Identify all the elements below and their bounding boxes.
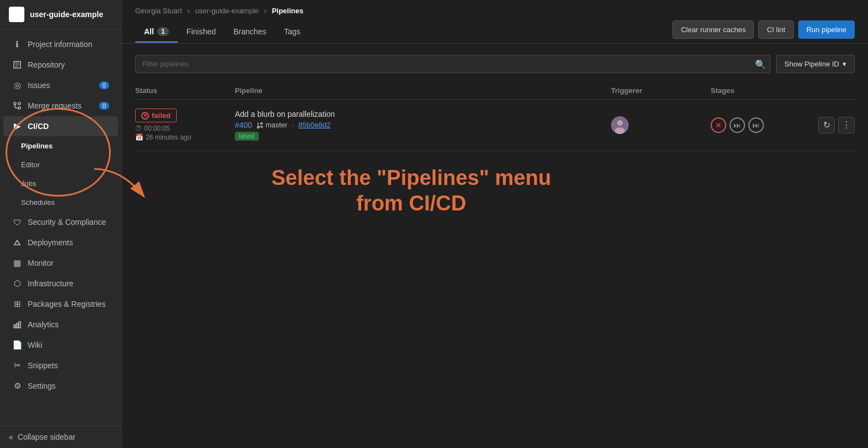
clear-runner-caches-button[interactable]: Clear runner caches xyxy=(672,20,754,39)
collapse-icon: « xyxy=(9,432,13,441)
sidebar-item-deployments[interactable]: Deployments xyxy=(3,233,118,253)
sidebar-item-label: Issues xyxy=(28,81,50,90)
sidebar-item-label: Snippets xyxy=(28,361,58,370)
pipeline-id-link[interactable]: #400 xyxy=(235,121,252,130)
monitor-icon: ▦ xyxy=(12,258,22,268)
sidebar-item-packages[interactable]: ⊞ Packages & Registries xyxy=(3,294,118,314)
breadcrumb-user-guide-example[interactable]: user-guide-example xyxy=(195,7,259,15)
svg-point-7 xyxy=(258,126,259,128)
status-label: failed xyxy=(152,111,171,120)
sidebar-item-project-information[interactable]: ℹ Project information xyxy=(3,34,118,54)
pipeline-title: Add a blurb on parallelization xyxy=(235,110,611,119)
sidebar-item-merge-requests[interactable]: Merge requests 0 xyxy=(3,96,118,116)
table-row: ✕ failed ⏱ 00:00:05 📅 26 minutes ago Add xyxy=(135,100,855,151)
brand[interactable]: user-guide-example xyxy=(0,0,121,29)
more-actions-button[interactable]: ⋮ xyxy=(838,117,855,133)
pipeline-triggerer-cell xyxy=(611,116,711,134)
search-icon-button[interactable]: 🔍 xyxy=(755,59,766,69)
merge-requests-icon xyxy=(12,101,22,111)
svg-point-11 xyxy=(615,127,625,134)
sidebar-item-repository[interactable]: Repository xyxy=(3,55,118,75)
cicd-icon: ▶ xyxy=(12,121,22,131)
deployments-icon xyxy=(12,238,22,248)
col-actions xyxy=(810,86,855,95)
sidebar-item-settings[interactable]: ⚙ Settings xyxy=(3,376,118,396)
filter-pipelines-input[interactable] xyxy=(135,55,771,73)
clock-icon: ⏱ xyxy=(135,125,142,132)
show-pipeline-id-button[interactable]: Show Pipeline ID ▾ xyxy=(776,55,855,73)
breadcrumb-georgia-stuart[interactable]: Georgia Stuart xyxy=(135,7,182,15)
sidebar-item-pipelines[interactable]: Pipelines xyxy=(3,137,118,155)
breadcrumb: Georgia Stuart › user-guide-example › Pi… xyxy=(135,7,855,15)
svg-rect-6 xyxy=(19,322,20,328)
pipeline-commit-link[interactable]: 85b0e8d2 xyxy=(299,121,331,129)
info-icon: ℹ xyxy=(12,39,22,49)
sidebar-item-label: Security & Compliance xyxy=(28,218,106,226)
svg-point-2 xyxy=(18,107,20,109)
tab-all-label: All xyxy=(144,27,154,36)
svg-point-8 xyxy=(261,122,263,124)
tab-branches[interactable]: Branches xyxy=(225,22,275,43)
analytics-icon xyxy=(12,320,22,329)
breadcrumb-pipelines: Pipelines xyxy=(272,7,304,15)
sidebar-item-label: Jobs xyxy=(21,179,36,188)
tab-all[interactable]: All 1 xyxy=(135,22,178,43)
tab-tags[interactable]: Tags xyxy=(275,22,310,43)
sidebar-nav: ℹ Project information Repository ◎ Issue… xyxy=(0,29,121,425)
packages-icon: ⊞ xyxy=(12,299,22,309)
sidebar-item-infrastructure[interactable]: ⬡ Infrastructure xyxy=(3,274,118,293)
sidebar-item-snippets[interactable]: ✂ Snippets xyxy=(3,356,118,375)
row-actions-container: ↻ ⋮ xyxy=(810,117,855,133)
col-stages: Stages xyxy=(711,86,810,95)
sidebar-item-monitor[interactable]: ▦ Monitor xyxy=(3,253,118,273)
pipeline-meta: ⏱ 00:00:05 📅 26 minutes ago xyxy=(135,125,235,141)
status-failed-badge: ✕ failed xyxy=(135,109,177,122)
merge-requests-badge: 0 xyxy=(99,102,109,110)
sidebar-item-jobs[interactable]: Jobs xyxy=(3,174,118,193)
filter-row: 🔍 Show Pipeline ID ▾ xyxy=(135,55,855,73)
tabs-row: All 1 Finished Branches Tags Clear runne… xyxy=(135,20,855,43)
annotation-text: Select the "Pipelines" menu from CI/CD xyxy=(271,166,551,216)
sidebar-item-label: Infrastructure xyxy=(28,279,73,288)
svg-point-1 xyxy=(14,102,16,105)
failed-icon: ✕ xyxy=(141,112,149,120)
sidebar-item-label: Repository xyxy=(28,60,65,69)
col-pipeline: Pipeline xyxy=(235,86,611,95)
stage-skipped-icon-1[interactable]: ⏭ xyxy=(730,117,745,133)
tab-finished[interactable]: Finished xyxy=(178,22,225,43)
sidebar-item-issues[interactable]: ◎ Issues 0 xyxy=(3,75,118,95)
sidebar-item-label: CI/CD xyxy=(28,122,49,131)
sidebar-item-cicd[interactable]: ▶ CI/CD xyxy=(3,116,118,136)
sidebar-item-security[interactable]: 🛡 Security & Compliance xyxy=(3,212,118,232)
stage-failed-icon[interactable]: ✕ xyxy=(711,117,726,133)
main-content: Georgia Stuart › user-guide-example › Pi… xyxy=(122,0,868,448)
brand-icon xyxy=(9,7,24,22)
svg-point-3 xyxy=(18,102,20,105)
sidebar-item-label: Wiki xyxy=(28,341,42,349)
sidebar-item-analytics[interactable]: Analytics xyxy=(3,315,118,334)
retry-button[interactable]: ↻ xyxy=(818,117,835,133)
svg-rect-4 xyxy=(14,325,16,328)
tab-actions: Clear runner caches CI lint Run pipeline xyxy=(672,20,855,43)
pipeline-duration: ⏱ 00:00:05 xyxy=(135,125,235,132)
sidebar-item-editor[interactable]: Editor xyxy=(3,156,118,174)
show-pipeline-id-label: Show Pipeline ID xyxy=(784,60,839,68)
stage-skipped-icon-2[interactable]: ⏭ xyxy=(748,117,764,133)
chevron-down-icon: ▾ xyxy=(843,60,846,68)
pipeline-info-cell: Add a blurb on parallelization #400 mast… xyxy=(235,110,611,141)
sidebar-item-label: Pipelines xyxy=(21,142,53,150)
pipeline-stages-cell: ✕ ⏭ ⏭ xyxy=(711,117,810,133)
sidebar-item-label: Monitor xyxy=(28,259,54,267)
ci-lint-button[interactable]: CI lint xyxy=(758,20,793,39)
sidebar-item-schedules[interactable]: Schedules xyxy=(3,193,118,212)
run-pipeline-button[interactable]: Run pipeline xyxy=(798,20,855,39)
sidebar-item-wiki[interactable]: 📄 Wiki xyxy=(3,335,118,355)
collapse-sidebar-button[interactable]: « Collapse sidebar xyxy=(0,425,121,448)
sidebar-item-label: Settings xyxy=(28,382,56,390)
repository-icon xyxy=(12,60,22,70)
pipeline-time-ago: 📅 26 minutes ago xyxy=(135,133,235,141)
breadcrumb-sep-2: › xyxy=(264,7,266,15)
sidebar-item-label: Project information xyxy=(28,40,93,49)
sidebar-item-label: Editor xyxy=(21,161,40,169)
latest-badge: latest xyxy=(235,132,259,141)
